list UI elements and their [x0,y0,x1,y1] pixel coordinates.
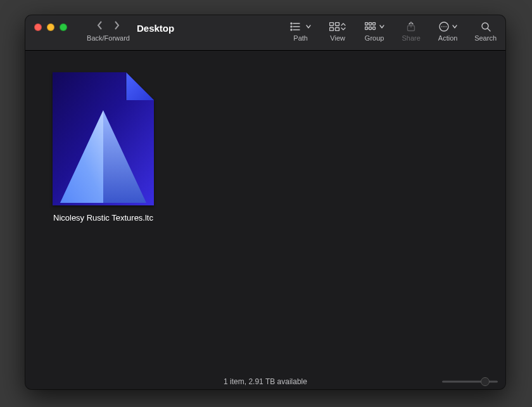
share-label: Share [402,34,420,42]
view-button[interactable]: View [327,21,348,42]
status-text: 1 item, 2.91 TB available [224,377,307,386]
svg-point-4 [291,29,292,30]
svg-point-0 [291,23,292,24]
window-controls [34,23,67,31]
share-button: Share [401,21,421,42]
toolbar: Back/Forward Desktop Path [25,15,505,51]
svg-point-19 [441,26,443,27]
group-button[interactable]: Group [364,21,384,42]
action-button[interactable]: Action [438,21,458,42]
minimize-window-button[interactable] [47,23,54,31]
svg-rect-15 [372,27,375,30]
back-forward-group: Back/Forward [85,21,132,42]
window-title: Desktop [137,23,174,34]
svg-rect-14 [369,27,371,30]
view-label: View [330,34,345,42]
file-preview-icon [53,72,154,205]
search-icon [481,21,491,32]
status-bar: 1 item, 2.91 TB available [25,374,505,389]
svg-rect-13 [365,27,367,30]
group-label: Group [365,34,384,42]
svg-rect-10 [365,23,367,25]
svg-rect-6 [330,23,334,26]
file-name-label: Nicolesy Rustic Textures.ltc [53,213,153,223]
svg-rect-9 [336,28,339,31]
back-forward-label: Back/Forward [87,34,130,42]
path-button[interactable]: Path [290,21,311,42]
file-item[interactable]: Nicolesy Rustic Textures.ltc [44,72,162,223]
finder-window: Back/Forward Desktop Path [25,15,505,389]
svg-point-20 [443,26,445,27]
file-grid[interactable]: Nicolesy Rustic Textures.ltc [25,51,505,374]
svg-point-2 [291,26,292,27]
icon-size-slider[interactable] [442,377,498,386]
toolbar-right-group: Path [290,21,497,42]
search-label: Search [474,34,497,42]
forward-button[interactable] [113,20,120,33]
action-label: Action [438,34,458,42]
back-button[interactable] [97,20,103,33]
svg-rect-12 [372,23,375,25]
svg-line-23 [488,29,490,31]
search-button[interactable]: Search [474,21,497,42]
svg-rect-11 [369,23,371,25]
ellipsis-circle-icon [439,21,457,32]
svg-point-21 [445,26,446,27]
svg-rect-8 [330,28,334,31]
svg-rect-7 [336,23,339,26]
svg-point-22 [482,23,488,29]
fullscreen-window-button[interactable] [60,23,67,31]
list-icon [290,21,311,32]
grid-icon [329,21,346,32]
share-icon [406,21,416,32]
group-grid-icon [365,21,384,32]
close-window-button[interactable] [34,23,42,31]
path-label: Path [293,34,308,42]
